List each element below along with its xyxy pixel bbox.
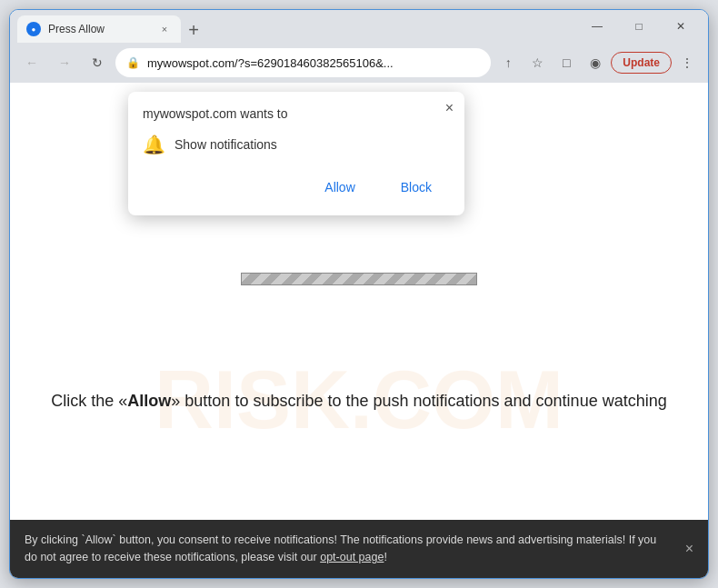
popup-buttons: Allow Block (143, 174, 450, 201)
minimize-button[interactable]: — (577, 12, 617, 41)
page-content: 99 RISK.COM Click the «Allow» button to … (10, 83, 708, 520)
active-tab[interactable]: ● Press Allow × (17, 15, 181, 43)
notification-text-allow: Allow (127, 392, 171, 410)
allow-button[interactable]: Allow (306, 174, 373, 201)
block-button[interactable]: Block (383, 174, 450, 201)
bottom-bar: By clicking `Allow` button, you consent … (10, 520, 708, 578)
address-text: mywowspot.com/?s=629018460382565106&... (147, 56, 480, 70)
title-bar: ● Press Allow × + — □ ✕ (10, 10, 708, 43)
popup-title: mywowspot.com wants to (143, 106, 450, 121)
toolbar: ← → ↻ 🔒 mywowspot.com/?s=629018460382565… (10, 43, 708, 83)
maximize-button[interactable]: □ (619, 12, 659, 41)
popup-close-button[interactable]: × (445, 101, 454, 115)
new-tab-button[interactable]: + (181, 17, 206, 43)
window-controls: — □ ✕ (577, 12, 701, 41)
profile-button[interactable]: ◉ (582, 49, 609, 76)
menu-button[interactable]: ⋮ (673, 49, 701, 76)
notification-text-before: Click the « (51, 392, 127, 410)
tab-title: Press Allow (48, 23, 150, 35)
loading-bar (241, 273, 477, 285)
toolbar-icons: ↑ ☆ □ ◉ Update ⋮ (494, 49, 701, 76)
bottom-bar-text-part2: ! (384, 551, 386, 563)
notification-text-after: » button to subscribe to the push notifi… (171, 392, 666, 410)
share-button[interactable]: ↑ (494, 49, 522, 76)
tab-close-button[interactable]: × (157, 22, 172, 36)
tab-favicon: ● (26, 22, 41, 36)
lock-icon: 🔒 (126, 56, 140, 69)
update-button[interactable]: Update (611, 52, 672, 74)
popup-notification-row: 🔔 Show notifications (143, 134, 450, 155)
bottom-bar-text: By clicking `Allow` button, you consent … (25, 532, 663, 566)
close-window-button[interactable]: ✕ (661, 12, 701, 41)
extensions-button[interactable]: □ (553, 49, 580, 76)
bell-icon: 🔔 (143, 134, 165, 155)
forward-button[interactable]: → (50, 48, 79, 77)
tab-area: ● Press Allow × + (17, 10, 573, 43)
reload-button[interactable]: ↻ (83, 48, 112, 77)
notification-text: Click the «Allow» button to subscribe to… (10, 392, 708, 411)
address-bar[interactable]: 🔒 mywowspot.com/?s=629018460382565106&..… (115, 48, 491, 77)
loading-bar-wrapper (241, 273, 477, 285)
back-button[interactable]: ← (17, 48, 46, 77)
bookmark-button[interactable]: ☆ (524, 49, 551, 76)
browser-window: ● Press Allow × + — □ ✕ ← → ↻ 🔒 mywowspo… (9, 9, 709, 579)
permission-popup: × mywowspot.com wants to 🔔 Show notifica… (128, 92, 464, 215)
bottom-bar-close-button[interactable]: × (685, 538, 693, 560)
opt-out-link[interactable]: opt-out page (320, 551, 384, 563)
popup-notification-label: Show notifications (175, 137, 277, 152)
